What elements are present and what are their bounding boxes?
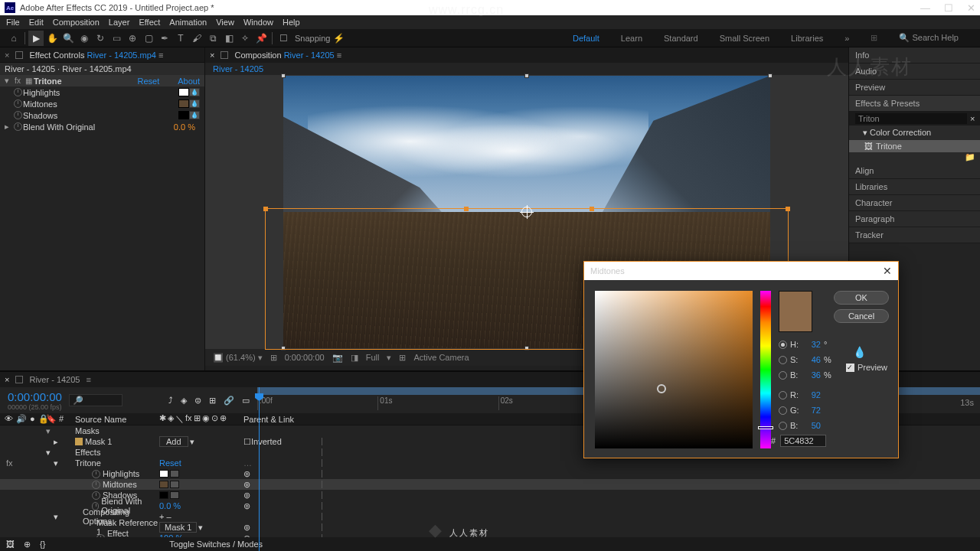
solo-icon[interactable]: ● — [30, 414, 35, 424]
speaker-icon[interactable]: 🔊 — [16, 414, 27, 424]
brackets-icon[interactable]: {} — [40, 540, 45, 549]
effect-reset[interactable]: Reset — [138, 77, 160, 86]
effects-search-input[interactable] — [855, 113, 967, 124]
paragraph-panel-tab[interactable]: Paragraph — [849, 211, 980, 227]
s-value[interactable]: 46 — [804, 355, 821, 364]
composition-mini-icon[interactable]: 🖼 — [6, 540, 15, 549]
effect-about[interactable]: About — [178, 77, 200, 86]
character-panel-tab[interactable]: Character — [849, 195, 980, 211]
hue-slider[interactable] — [760, 291, 771, 448]
menu-help[interactable]: Help — [283, 18, 300, 27]
maximize-icon[interactable]: ☐ — [944, 2, 953, 14]
r-value[interactable]: 92 — [804, 390, 821, 399]
row-tl-midtones[interactable]: Midtones⊚ — [0, 479, 980, 490]
libraries-panel-tab[interactable]: Libraries — [849, 179, 980, 195]
playhead[interactable] — [259, 387, 260, 551]
pen-tool-icon[interactable]: ✒ — [157, 31, 172, 46]
info-panel-tab[interactable]: Info — [849, 47, 980, 64]
mask-icon[interactable]: ◨ — [351, 353, 358, 363]
menu-edit[interactable]: Edit — [29, 18, 44, 27]
preview-checkbox[interactable]: ✓ — [846, 364, 854, 372]
home-icon[interactable]: ⌂ — [6, 31, 21, 46]
eye-icon[interactable]: 👁 — [5, 414, 13, 424]
hex-input[interactable] — [780, 435, 826, 447]
panel-close-icon[interactable]: × — [210, 51, 214, 60]
workspace-ext-icon[interactable]: ⊞ — [871, 33, 877, 43]
b2-value[interactable]: 50 — [804, 421, 821, 430]
color-gradient-picker[interactable] — [595, 291, 753, 448]
eraser-tool-icon[interactable]: ◧ — [221, 31, 237, 46]
resolution-display[interactable]: ⊞ — [270, 353, 277, 363]
prop-highlights[interactable]: Highlights 💧 — [0, 86, 204, 98]
preview-panel-tab[interactable]: Preview — [849, 80, 980, 96]
menu-layer[interactable]: Layer — [109, 18, 130, 27]
stopwatch-icon[interactable] — [92, 481, 100, 489]
workspace-default[interactable]: Default — [573, 34, 599, 43]
workspace-small-screen[interactable]: Small Screen — [720, 34, 769, 43]
dialog-eyedropper-icon[interactable]: 💧 — [853, 346, 866, 358]
eyedropper-icon[interactable]: 💧 — [189, 88, 200, 96]
render-icon[interactable]: ▭ — [242, 396, 250, 406]
midtones-swatch[interactable] — [178, 99, 189, 108]
graph-editor-icon[interactable]: ⊞ — [209, 396, 216, 406]
panel-maximize-icon[interactable] — [15, 376, 23, 383]
blend-value-tl[interactable]: 0.0 % — [159, 501, 181, 510]
frame-blend-icon[interactable]: ◈ — [181, 396, 187, 406]
eyedropper-icon[interactable] — [170, 470, 179, 478]
dialog-close-icon[interactable]: ✕ — [883, 265, 892, 277]
panel-maximize-icon[interactable] — [220, 51, 228, 59]
eyedropper-icon[interactable] — [170, 491, 179, 499]
camera-menu[interactable]: Active Camera — [413, 353, 469, 362]
puppet-tool-icon[interactable]: 📌 — [253, 31, 269, 46]
g-radio[interactable] — [779, 406, 787, 415]
effect-tritone-header[interactable]: ▾fx▦ Tritone Reset About — [0, 75, 204, 86]
inverted-checkbox[interactable]: ☐ — [243, 437, 251, 447]
minimize-icon[interactable]: — — [920, 2, 930, 14]
h-radio[interactable] — [779, 341, 787, 349]
b-radio[interactable] — [779, 371, 787, 380]
menu-view[interactable]: View — [216, 18, 234, 27]
row-tl-highlights[interactable]: Highlights⊚ — [0, 468, 980, 479]
reset-link[interactable]: Reset — [159, 458, 181, 468]
menu-effect[interactable]: Effect — [139, 18, 160, 27]
composition-tab[interactable]: Composition River - 14205 ≡ — [234, 51, 341, 60]
stopwatch-icon[interactable] — [92, 470, 100, 478]
effects-presets-tab[interactable]: Effects & Presets — [849, 96, 980, 112]
shy-icon[interactable]: ⤴ — [168, 396, 173, 406]
b2-radio[interactable] — [779, 422, 787, 430]
hue-slider-thumb[interactable] — [758, 426, 773, 429]
menu-file[interactable]: File — [6, 18, 20, 27]
type-tool-icon[interactable]: T — [173, 31, 188, 46]
selection-tool-icon[interactable]: ▶ — [28, 31, 44, 46]
motion-blur-icon[interactable]: ⊜ — [194, 396, 201, 406]
link-icon[interactable]: ⊚ — [243, 501, 250, 511]
rotation-tool-icon[interactable]: ↻ — [93, 31, 108, 46]
r-radio[interactable] — [779, 391, 787, 399]
midtones-swatch-tl[interactable] — [159, 481, 168, 488]
zoom-display[interactable]: 🔲 (61.4%) ▾ — [213, 353, 263, 363]
stopwatch-icon[interactable] — [92, 502, 99, 510]
menu-animation[interactable]: Animation — [169, 18, 207, 27]
zoom-tool-icon[interactable]: 🔍 — [60, 31, 76, 46]
link-icon[interactable]: ⊚ — [243, 469, 250, 479]
grid-icon[interactable]: ⊞ — [399, 353, 406, 363]
prop-blend[interactable]: ▸ Blend With Original 0.0 % — [0, 121, 204, 132]
shape-tool-icon[interactable]: ▢ — [141, 31, 156, 46]
draft-3d-icon[interactable]: 🔗 — [224, 396, 234, 406]
tracker-panel-tab[interactable]: Tracker — [849, 227, 980, 243]
color-correction-group[interactable]: ▾ Color Correction — [849, 126, 980, 140]
h-value[interactable]: 32 — [804, 340, 821, 349]
timeline-tab[interactable]: River - 14205 — [29, 375, 80, 384]
link-icon[interactable]: ⊚ — [243, 523, 250, 533]
eyedropper-icon[interactable]: 💧 — [189, 99, 200, 108]
anchor-point-icon[interactable] — [521, 207, 532, 217]
b-value[interactable]: 36 — [804, 370, 821, 380]
row-tritone[interactable]: fx▾TritoneReset… — [0, 458, 980, 468]
panel-close-icon[interactable]: × — [5, 375, 9, 384]
snapping-options-icon[interactable]: ⚡ — [332, 31, 347, 46]
eyedropper-icon[interactable]: 💧 — [189, 111, 200, 119]
link-icon[interactable]: ⊚ — [243, 491, 250, 500]
workspace-standard[interactable]: Standard — [664, 34, 698, 43]
stopwatch-icon[interactable] — [92, 491, 100, 500]
shadows-swatch-tl[interactable] — [159, 491, 168, 499]
